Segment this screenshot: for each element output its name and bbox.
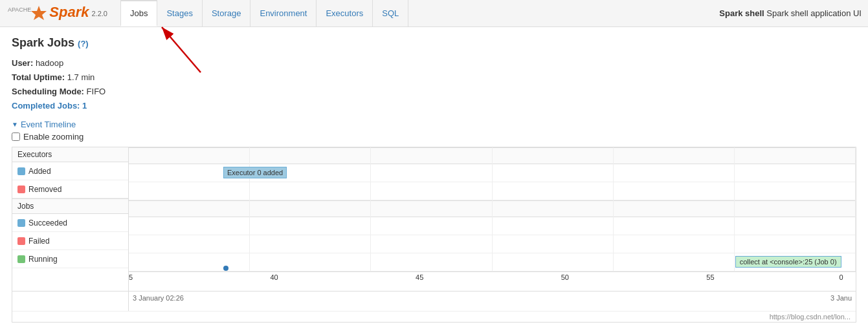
help-link[interactable]: (?)	[78, 39, 89, 48]
axis-tick-55: 55	[706, 273, 714, 281]
axis-left-bottom	[12, 292, 129, 311]
legend-removed-label: Removed	[28, 185, 61, 194]
uptime-label: Total Uptime:	[12, 72, 65, 82]
axis-date-left: 3 January 02:26	[133, 294, 184, 308]
legend-running: Running	[12, 250, 128, 268]
axis-right: 35 40 45 50 55 0	[129, 271, 856, 291]
legend-succeeded-icon	[17, 219, 25, 227]
toggle-arrow-icon: ▼	[12, 121, 18, 128]
timeline-toggle-label: Event Timeline	[21, 120, 76, 129]
nav-bar: APACHE Spark 2.2.0 Jobs Stages Storage E…	[0, 0, 868, 27]
row-added: Executor 0 added	[129, 164, 856, 182]
logo-area: APACHE Spark 2.2.0	[6, 4, 107, 22]
tab-sql[interactable]: SQL	[373, 0, 408, 27]
info-block: User: hadoop Total Uptime: 1.7 min Sched…	[12, 56, 856, 113]
axis-tick-45: 45	[416, 273, 423, 281]
bottom-bar: https://blog.csdn.net/lon...	[12, 311, 856, 322]
exec-section-row	[129, 147, 856, 164]
scheduling-label: Scheduling Mode:	[12, 87, 84, 96]
axis-tick-0: 0	[839, 273, 843, 281]
timeline-axis-bottom: 3 January 02:26 3 Janu	[12, 291, 856, 311]
legend-succeeded: Succeeded	[12, 214, 128, 232]
completed-jobs-link[interactable]: Completed Jobs: 1	[12, 101, 87, 111]
legend-succeeded-label: Succeeded	[28, 218, 67, 228]
logo-spark-text: Spark	[30, 4, 89, 22]
main-content: Spark Jobs (?) User: hadoop Total Uptime…	[0, 27, 868, 329]
executor-added-event[interactable]: Executor 0 added	[223, 167, 287, 178]
tab-executors[interactable]: Executors	[317, 0, 373, 27]
uptime-value: 1.7 min	[67, 72, 95, 82]
logo-version: 2.2.0	[92, 10, 107, 17]
page-title: Spark Jobs (?)	[12, 36, 856, 50]
legend-failed-label: Failed	[28, 237, 50, 246]
timeline-dot	[223, 266, 228, 271]
legend-added-label: Added	[28, 167, 51, 176]
legend-running-label: Running	[28, 255, 58, 264]
jobs-section-row	[129, 200, 856, 217]
user-value: hadoop	[36, 58, 63, 68]
row-removed	[129, 182, 856, 200]
executors-section-label: Executors	[12, 147, 128, 162]
job-event-box[interactable]: collect at <console>:25 (Job 0)	[735, 256, 841, 268]
axis-tick-35: 35	[129, 273, 133, 281]
legend-failed-icon	[17, 237, 25, 245]
enable-zoom-checkbox[interactable]	[12, 133, 20, 141]
app-title: Spark shell Spark shell application UI	[719, 8, 862, 18]
legend-removed: Removed	[12, 180, 128, 198]
legend-running-icon	[17, 255, 25, 263]
timeline-right-content: Executor 0 added coll	[129, 147, 856, 271]
timeline-left-panel: Executors Added Removed Jobs Succeeded F…	[12, 147, 129, 291]
logo-apache-text: APACHE	[8, 6, 31, 13]
legend-removed-icon	[17, 186, 25, 193]
legend-failed: Failed	[12, 232, 128, 250]
timeline-container: Executors Added Removed Jobs Succeeded F…	[12, 147, 856, 323]
tab-environment[interactable]: Environment	[250, 0, 317, 27]
svg-line-2	[162, 27, 201, 72]
enable-zoom-label: Enable zooming	[23, 132, 83, 142]
row-succeeded	[129, 217, 856, 235]
scheduling-value: FIFO	[87, 87, 106, 96]
timeline-grid: Executors Added Removed Jobs Succeeded F…	[12, 147, 856, 291]
timeline-toggle[interactable]: ▼ Event Timeline	[12, 120, 856, 129]
row-running: collect at <console>:25 (Job 0)	[129, 253, 856, 271]
legend-added: Added	[12, 162, 128, 180]
timeline-right-panel: Executor 0 added coll	[129, 147, 856, 291]
enable-zoom-row: Enable zooming	[12, 132, 856, 142]
jobs-section-label: Jobs	[12, 198, 128, 214]
axis-tick-40: 40	[270, 273, 278, 281]
svg-marker-0	[31, 6, 47, 20]
bottom-bar-url: https://blog.csdn.net/lon...	[770, 313, 851, 321]
user-label: User:	[12, 58, 33, 68]
legend-added-icon	[17, 167, 25, 175]
row-failed	[129, 235, 856, 253]
axis-dates: 3 January 02:26 3 Janu	[129, 292, 856, 311]
annotation-arrow	[149, 21, 227, 79]
axis-date-right: 3 Janu	[830, 294, 852, 308]
axis-tick-50: 50	[561, 273, 569, 281]
